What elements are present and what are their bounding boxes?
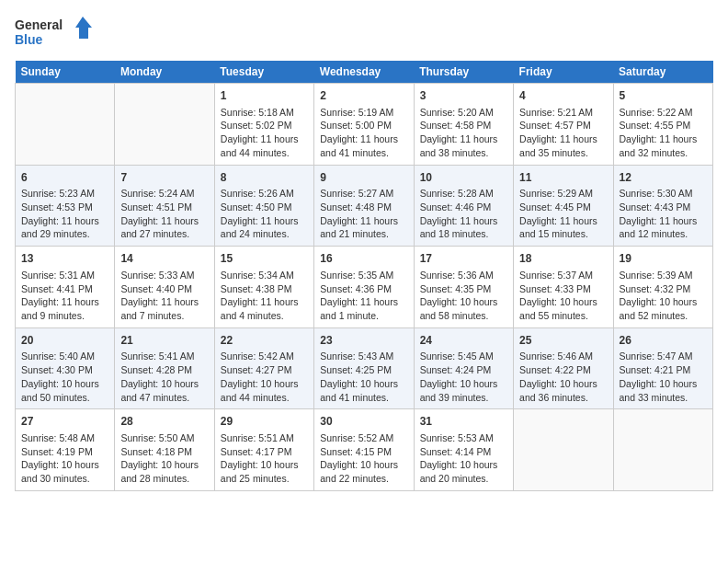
- day-info: and 35 minutes.: [519, 146, 607, 160]
- day-info: Sunrise: 5:34 AM: [221, 269, 308, 282]
- day-number: 31: [420, 414, 507, 430]
- day-info: and 18 minutes.: [420, 227, 507, 241]
- day-info: and 38 minutes.: [420, 146, 507, 160]
- day-info: Daylight: 10 hours: [120, 377, 208, 391]
- logo: General Blue: [15, 15, 97, 50]
- day-info: Sunrise: 5:31 AM: [21, 269, 108, 282]
- calendar-cell: [613, 409, 712, 491]
- day-number: 8: [221, 170, 308, 186]
- day-info: Sunset: 4:24 PM: [420, 363, 507, 377]
- day-info: Sunset: 4:48 PM: [320, 201, 407, 214]
- day-info: Sunset: 4:25 PM: [320, 363, 407, 377]
- weekday-header: Sunday: [16, 61, 115, 84]
- calendar-cell: 4Sunrise: 5:21 AMSunset: 4:57 PMDaylight…: [514, 84, 613, 166]
- calendar-cell: 22Sunrise: 5:42 AMSunset: 4:27 PMDayligh…: [214, 327, 313, 409]
- day-info: Daylight: 11 hours: [420, 214, 507, 228]
- svg-text:General: General: [15, 17, 63, 32]
- day-info: Sunset: 4:30 PM: [21, 363, 108, 377]
- day-info: Daylight: 11 hours: [519, 214, 607, 228]
- day-info: Sunrise: 5:27 AM: [320, 187, 407, 201]
- day-number: 20: [21, 333, 108, 349]
- day-info: Sunset: 4:55 PM: [620, 119, 707, 132]
- day-info: Sunset: 4:53 PM: [21, 201, 108, 214]
- day-info: Sunrise: 5:20 AM: [420, 106, 507, 120]
- day-info: Sunrise: 5:22 AM: [620, 106, 707, 120]
- day-number: 26: [620, 333, 707, 349]
- weekday-header: Monday: [115, 61, 214, 84]
- day-number: 3: [420, 88, 507, 104]
- day-info: Sunrise: 5:46 AM: [519, 350, 607, 363]
- day-info: Sunrise: 5:45 AM: [420, 350, 507, 363]
- day-info: and 44 minutes.: [221, 146, 308, 160]
- day-info: Daylight: 10 hours: [519, 377, 607, 391]
- day-info: and 12 minutes.: [620, 227, 707, 241]
- day-info: Daylight: 10 hours: [320, 377, 407, 391]
- day-info: Daylight: 11 hours: [221, 214, 308, 228]
- day-info: Sunrise: 5:53 AM: [420, 431, 507, 445]
- day-info: and 15 minutes.: [519, 227, 607, 241]
- day-info: Sunset: 4:27 PM: [221, 363, 308, 377]
- day-info: Sunrise: 5:18 AM: [221, 106, 308, 120]
- calendar-cell: 24Sunrise: 5:45 AMSunset: 4:24 PMDayligh…: [414, 327, 513, 409]
- day-info: Daylight: 10 hours: [221, 377, 308, 391]
- day-info: Sunset: 4:33 PM: [519, 282, 607, 296]
- day-info: Sunrise: 5:36 AM: [420, 269, 507, 282]
- calendar-cell: 12Sunrise: 5:30 AMSunset: 4:43 PMDayligh…: [613, 165, 712, 247]
- day-number: 10: [420, 170, 507, 186]
- day-info: Sunset: 4:43 PM: [620, 201, 707, 214]
- day-info: Sunrise: 5:35 AM: [320, 269, 407, 282]
- day-info: Sunrise: 5:43 AM: [320, 350, 407, 363]
- day-info: Sunset: 4:19 PM: [21, 445, 108, 459]
- day-info: and 21 minutes.: [320, 227, 407, 241]
- calendar-cell: 31Sunrise: 5:53 AMSunset: 4:14 PMDayligh…: [414, 409, 513, 491]
- day-number: 12: [620, 170, 707, 186]
- day-number: 16: [320, 251, 407, 267]
- day-info: Sunrise: 5:23 AM: [21, 187, 108, 201]
- calendar-cell: 1Sunrise: 5:18 AMSunset: 5:02 PMDaylight…: [214, 84, 313, 166]
- calendar-cell: 7Sunrise: 5:24 AMSunset: 4:51 PMDaylight…: [115, 165, 214, 247]
- day-number: 7: [120, 170, 208, 186]
- day-info: and 25 minutes.: [221, 472, 308, 486]
- day-info: Sunset: 4:50 PM: [221, 201, 308, 214]
- day-info: Sunrise: 5:37 AM: [519, 269, 607, 282]
- day-info: and 47 minutes.: [120, 391, 208, 405]
- day-info: Sunrise: 5:26 AM: [221, 187, 308, 201]
- day-number: 19: [620, 251, 707, 267]
- day-info: Sunset: 4:40 PM: [120, 282, 208, 296]
- day-info: and 44 minutes.: [221, 391, 308, 405]
- day-number: 15: [221, 251, 308, 267]
- calendar-cell: 16Sunrise: 5:35 AMSunset: 4:36 PMDayligh…: [314, 247, 414, 328]
- day-info: and 50 minutes.: [21, 391, 108, 405]
- day-info: Sunrise: 5:28 AM: [420, 187, 507, 201]
- calendar-cell: 19Sunrise: 5:39 AMSunset: 4:32 PMDayligh…: [613, 247, 712, 328]
- day-info: Daylight: 10 hours: [21, 458, 108, 472]
- day-info: Sunset: 4:22 PM: [519, 363, 607, 377]
- day-info: Daylight: 11 hours: [320, 214, 407, 228]
- day-info: Sunset: 4:28 PM: [120, 363, 208, 377]
- calendar-cell: 5Sunrise: 5:22 AMSunset: 4:55 PMDaylight…: [613, 84, 712, 166]
- day-number: 18: [519, 251, 607, 267]
- day-number: 2: [320, 88, 407, 104]
- calendar-cell: 6Sunrise: 5:23 AMSunset: 4:53 PMDaylight…: [16, 165, 115, 247]
- day-number: 17: [420, 251, 507, 267]
- calendar-cell: 15Sunrise: 5:34 AMSunset: 4:38 PMDayligh…: [214, 247, 313, 328]
- day-info: Sunset: 4:36 PM: [320, 282, 407, 296]
- day-info: and 29 minutes.: [21, 227, 108, 241]
- svg-marker-2: [75, 17, 92, 39]
- day-info: Daylight: 11 hours: [320, 132, 407, 146]
- day-info: Sunset: 4:18 PM: [120, 445, 208, 459]
- day-info: and 52 minutes.: [620, 309, 707, 323]
- day-number: 11: [519, 170, 607, 186]
- day-info: Sunrise: 5:52 AM: [320, 431, 407, 445]
- day-info: Daylight: 11 hours: [221, 132, 308, 146]
- calendar-cell: 17Sunrise: 5:36 AMSunset: 4:35 PMDayligh…: [414, 247, 513, 328]
- day-info: and 22 minutes.: [320, 472, 407, 486]
- calendar-cell: 18Sunrise: 5:37 AMSunset: 4:33 PMDayligh…: [514, 247, 613, 328]
- day-info: Daylight: 11 hours: [120, 295, 208, 309]
- day-info: Sunrise: 5:48 AM: [21, 431, 108, 445]
- day-info: Sunset: 4:21 PM: [620, 363, 707, 377]
- day-info: Daylight: 10 hours: [620, 295, 707, 309]
- day-info: Sunset: 4:35 PM: [420, 282, 507, 296]
- day-number: 9: [320, 170, 407, 186]
- calendar-cell: [16, 84, 115, 166]
